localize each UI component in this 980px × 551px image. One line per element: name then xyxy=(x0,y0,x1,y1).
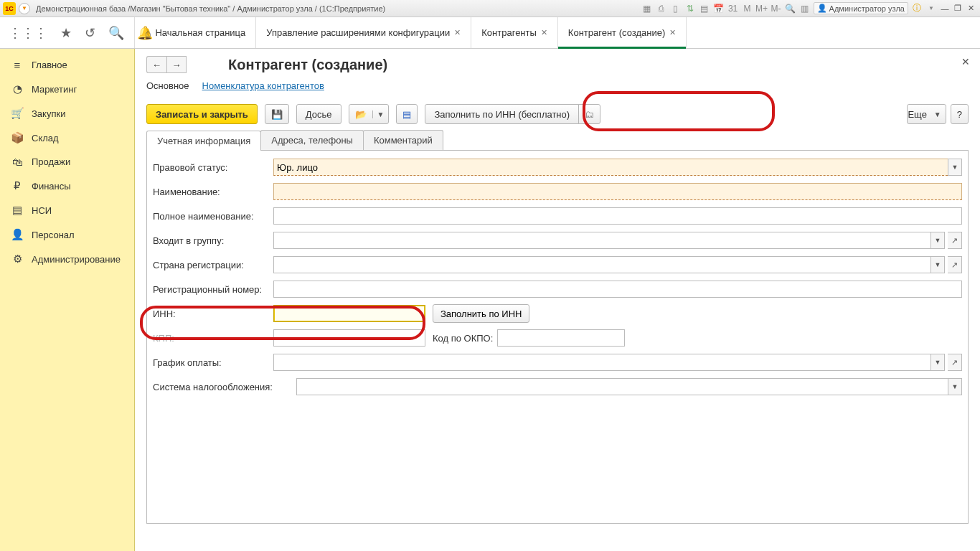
dossier-button[interactable]: Досье xyxy=(296,104,341,124)
tab-close-icon[interactable]: ✕ xyxy=(454,28,461,37)
group-dropdown[interactable]: ▼ xyxy=(930,232,945,249)
save-close-button[interactable]: Записать и закрыть xyxy=(146,104,258,124)
fill-inn-free-button[interactable]: Заполнить по ИНН (бесплатно) xyxy=(425,104,579,124)
okpo-field[interactable] xyxy=(497,329,625,347)
quick-icons: ⋮⋮⋮ ★ ↺ 🔍 🔔 xyxy=(0,17,135,48)
pay-schedule-field[interactable] xyxy=(273,354,930,371)
sidebar-item-purchase[interactable]: 🛒Закупки xyxy=(0,101,134,126)
sidebar-item-sales[interactable]: 🛍Продажи xyxy=(0,150,134,174)
print-icon[interactable]: ⎙ xyxy=(655,3,668,14)
legal-status-field[interactable] xyxy=(273,159,948,176)
sidebar-item-label: Маркетинг xyxy=(32,84,77,95)
chevron-down-icon[interactable]: ▼ xyxy=(372,110,389,118)
country-dropdown[interactable]: ▼ xyxy=(930,256,945,273)
tab-counterparty-create[interactable]: Контрагент (создание) ✕ xyxy=(558,17,687,48)
docs-split-button[interactable]: 📂 ▼ xyxy=(349,104,390,124)
pay-schedule-dropdown[interactable]: ▼ xyxy=(930,354,945,371)
save-icon[interactable]: ▦ xyxy=(641,3,654,14)
fill-by-inn-button[interactable]: Заполнить по ИНН xyxy=(433,304,529,323)
menu-icon: ≡ xyxy=(10,59,24,71)
reg-number-field[interactable] xyxy=(273,281,962,298)
info-icon[interactable]: ⓘ xyxy=(910,3,923,14)
panel-icon[interactable]: ▥ xyxy=(798,3,811,14)
label-country: Страна регистрации: xyxy=(153,260,273,270)
mminus-button[interactable]: М- xyxy=(770,3,783,14)
nav-back-button[interactable]: ← xyxy=(146,56,166,73)
page-close-button[interactable]: ✕ xyxy=(961,56,970,67)
minimize-button[interactable]: — xyxy=(939,4,951,14)
folder-icon: 📂 xyxy=(355,109,367,120)
kpp-field[interactable] xyxy=(273,329,425,347)
app-menu-dropdown[interactable]: ▼ xyxy=(19,3,30,14)
full-name-field[interactable] xyxy=(273,207,962,225)
form-tab-addresses[interactable]: Адреса, телефоны xyxy=(260,130,364,150)
history-icon[interactable]: ↺ xyxy=(85,25,95,41)
maximize-button[interactable]: ❐ xyxy=(952,4,963,14)
info-drop-icon[interactable]: ▼ xyxy=(925,3,938,14)
tab-close-icon[interactable]: ✕ xyxy=(669,28,676,37)
group-open-button[interactable]: ↗ xyxy=(948,232,962,249)
fill-inn-file-button[interactable]: 🗂 xyxy=(578,104,600,124)
label-tax-system: Система налогообложения: xyxy=(153,382,296,392)
legal-status-dropdown[interactable]: ▼ xyxy=(948,159,962,176)
sidebar-item-label: НСИ xyxy=(32,205,52,216)
sidebar-item-finance[interactable]: ₽Финансы xyxy=(0,174,134,198)
sidebar-item-admin[interactable]: ⚙Администрирование xyxy=(0,247,134,271)
group-field[interactable] xyxy=(273,232,930,249)
zoom-icon[interactable]: 🔍 xyxy=(784,3,797,14)
subtab-nomenclature[interactable]: Номенклатура контрагентов xyxy=(202,80,324,94)
form-tab-account[interactable]: Учетная информация xyxy=(146,131,261,151)
sidebar-item-staff[interactable]: 👤Персонал xyxy=(0,222,134,247)
form-tabs: Учетная информация Адреса, телефоны Комм… xyxy=(146,130,969,151)
sidebar: ≡Главное ◔Маркетинг 🛒Закупки 📦Склад 🛍Про… xyxy=(0,49,135,551)
sidebar-item-main[interactable]: ≡Главное xyxy=(0,53,134,77)
page-title: Контрагент (создание) xyxy=(228,57,387,73)
list-icon: ▤ xyxy=(10,204,24,217)
tax-system-dropdown[interactable]: ▼ xyxy=(948,378,962,395)
user-icon: 👤 xyxy=(817,4,827,13)
gear-icon: ⚙ xyxy=(10,253,24,265)
tab-counterparties-label: Контрагенты xyxy=(481,27,537,38)
nav-forward-button[interactable]: → xyxy=(166,56,187,73)
person-icon: 👤 xyxy=(10,228,24,241)
tab-counterparties[interactable]: Контрагенты ✕ xyxy=(471,17,558,48)
list2-icon: ▤ xyxy=(402,109,411,120)
star-icon[interactable]: ★ xyxy=(60,25,72,41)
sidebar-item-label: Персонал xyxy=(32,230,75,240)
sidebar-item-label: Склад xyxy=(32,133,59,143)
calc-icon[interactable]: ▤ xyxy=(698,3,711,14)
pie-icon: ◔ xyxy=(10,83,24,95)
mplus-button[interactable]: М+ xyxy=(755,3,768,14)
more-button[interactable]: Еще ▼ xyxy=(907,104,946,124)
date-icon[interactable]: 31 xyxy=(727,3,740,14)
list-button[interactable]: ▤ xyxy=(396,104,418,124)
search-icon[interactable]: 🔍 xyxy=(108,25,124,41)
tab-extensions[interactable]: Управление расширениями конфигурации ✕ xyxy=(256,17,471,48)
tab-home[interactable]: ⌂ Начальная страница xyxy=(135,17,256,48)
help-button[interactable]: ? xyxy=(951,104,969,124)
doc-icon[interactable]: ▯ xyxy=(669,3,682,14)
calendar-icon[interactable]: 📅 xyxy=(712,3,725,14)
tax-system-field[interactable] xyxy=(296,378,948,395)
inn-field[interactable] xyxy=(273,305,425,322)
country-field[interactable] xyxy=(273,256,930,273)
chevron-down-icon: ▼ xyxy=(930,110,946,118)
compare-icon[interactable]: ⇅ xyxy=(684,3,697,14)
country-open-button[interactable]: ↗ xyxy=(948,256,962,273)
subtab-main[interactable]: Основное xyxy=(146,80,189,94)
pay-schedule-open-button[interactable]: ↗ xyxy=(948,354,962,371)
form-tab-comment[interactable]: Комментарий xyxy=(363,130,443,150)
tab-counterparty-create-label: Контрагент (создание) xyxy=(568,27,665,38)
close-button[interactable]: ✕ xyxy=(965,4,976,14)
content-area: ✕ ← → Контрагент (создание) Основное Ном… xyxy=(135,49,980,551)
sidebar-item-nsi[interactable]: ▤НСИ xyxy=(0,198,134,222)
apps-icon[interactable]: ⋮⋮⋮ xyxy=(9,25,47,41)
tab-close-icon[interactable]: ✕ xyxy=(541,28,547,37)
save-button[interactable]: 💾 xyxy=(265,104,289,124)
sidebar-item-warehouse[interactable]: 📦Склад xyxy=(0,126,134,150)
user-badge[interactable]: 👤 Администратор узла xyxy=(814,2,908,14)
sidebar-item-label: Закупки xyxy=(32,108,65,119)
name-field[interactable] xyxy=(273,183,962,200)
sidebar-item-marketing[interactable]: ◔Маркетинг xyxy=(0,77,134,101)
m-button[interactable]: М xyxy=(741,3,754,14)
